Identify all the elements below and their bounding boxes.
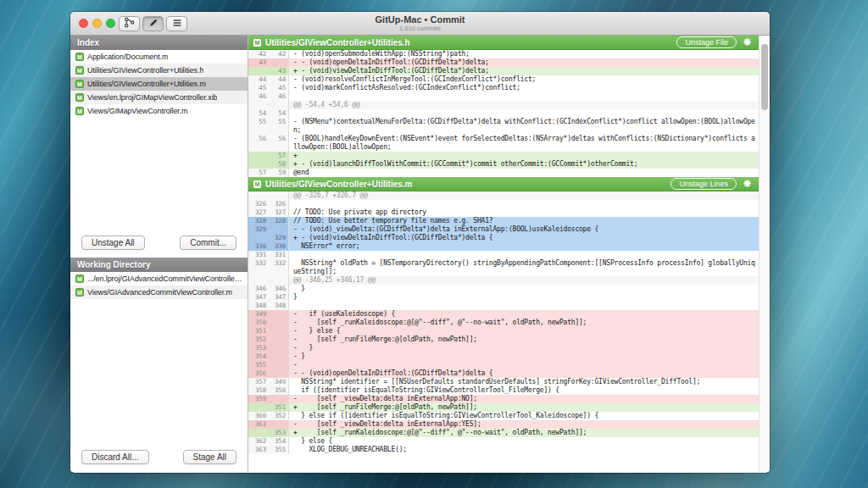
diff-line-row[interactable]: 353+ [self _runKaleidoscope:@[@"--diff",… — [248, 429, 759, 437]
diff-line-row[interactable]: 5656- (BOOL)handleKeyDownEvent:(NSEvent*… — [248, 135, 759, 152]
code-text: - (void)markConflictAsResolved:(GCIndexC… — [289, 84, 759, 92]
diff-line-row[interactable]: 5759@end — [248, 169, 759, 177]
diff-line-row[interactable]: 346346 } — [248, 285, 759, 293]
file-row[interactable]: MViews/GIAdvancedCommitViewController.m — [70, 286, 248, 299]
diff-line-row[interactable]: 363355 XLOG_DEBUG_UNREACHABLE(); — [248, 446, 759, 454]
code-text: - [self _runFileMerge:@[oldPath, newPath… — [289, 336, 759, 344]
unstage-all-button[interactable]: Unstage All — [81, 236, 145, 250]
code-text: - (NSMenu*)contextualMenuForDelta:(GCDif… — [289, 118, 759, 135]
diff-line-row[interactable]: 5454 — [248, 109, 759, 118]
diff-line-row[interactable]: 4444- (void)resolveConflictInMergeTool:(… — [248, 75, 759, 84]
diff-line-row[interactable]: 57+ — [248, 152, 759, 160]
file-name-label: Application/Document.m — [87, 53, 168, 61]
old-line-number: 363 — [248, 446, 269, 454]
old-line-number: 42 — [248, 50, 269, 58]
new-line-number: 43 — [269, 67, 289, 75]
unstage-lines-button[interactable]: Unstage Lines — [670, 178, 737, 190]
code-text: - } — [289, 352, 759, 361]
diff-line-row[interactable]: 4646 — [248, 92, 759, 101]
diff-lines-header-file: 4242- (void)openSubmoduleWithApp:(NSStri… — [248, 50, 759, 177]
diff-line-row[interactable]: 348348 — [248, 302, 759, 310]
diff-line-row[interactable]: 350- [self _runKaleidoscope:@[@"--diff",… — [248, 319, 759, 327]
file-row[interactable]: MApplication/Document.m — [70, 50, 248, 64]
old-line-number — [248, 152, 269, 160]
diff-line-row[interactable]: 351+ [self _runFileMerge:@[oldPath, newP… — [248, 403, 759, 412]
diff-line-row[interactable]: 347347} — [248, 293, 759, 302]
file-row[interactable]: M.../en.lproj/GIAdvancedCommitViewContro… — [70, 272, 248, 286]
file-row[interactable]: MViews/GIMapViewController.m — [70, 104, 248, 118]
code-text: + [self _runKaleidoscope:@[@"--diff", @"… — [289, 429, 759, 437]
code-text: - — [289, 361, 759, 369]
diff-pane: M Utilities/GIViewController+Utilities.h… — [248, 36, 770, 472]
code-text: - if (useKaleidoscope) { — [289, 310, 759, 319]
diff-line-row[interactable]: 353- } — [248, 344, 759, 352]
diff-line-row[interactable]: 358350 if ([identifier isEqualToString:G… — [248, 386, 759, 395]
diff-line-row[interactable]: 329- - (void)_viewDelta:(GCDiffDelta*)de… — [248, 225, 759, 234]
diff-scrollbar-thumb[interactable] — [761, 44, 768, 110]
diff-line-row[interactable]: 354- } — [248, 352, 759, 361]
zoom-window-button[interactable] — [106, 19, 115, 28]
diff-line-row[interactable]: 328328// TODO: Use better temporary file… — [248, 217, 759, 225]
diff-line-row[interactable]: 326326 — [248, 200, 759, 208]
old-line-number: 55 — [248, 118, 269, 135]
gear-icon[interactable] — [743, 36, 752, 50]
new-line-number: 54 — [269, 109, 289, 118]
diff-line-row[interactable]: 330330 NSError* error; — [248, 242, 759, 251]
file-row[interactable]: MUtilities/GIViewController+Utilities.h — [70, 64, 248, 77]
old-line-number: 349 — [248, 310, 269, 319]
diff-line-row[interactable]: 360352 } else if ([identifier isEqualToS… — [248, 412, 759, 420]
old-line-number: 45 — [248, 84, 269, 92]
diff-line-row[interactable]: 351- } else { — [248, 327, 759, 336]
diff-scroll-area[interactable]: M Utilities/GIViewController+Utilities.h… — [248, 36, 759, 472]
old-line-number: 56 — [248, 135, 269, 152]
gear-icon[interactable] — [743, 176, 752, 191]
file-row[interactable]: MUtilities/GIViewController+Utilities.m — [70, 77, 248, 91]
old-line-number: 46 — [248, 92, 269, 101]
diff-line-row[interactable]: 356- - (void)openDeltaInDiffTool:(GCDiff… — [248, 369, 759, 378]
code-text: + - (void)launchDiffToolWithCommit:(GCCo… — [289, 160, 759, 169]
diff-line-row[interactable]: 349- if (useKaleidoscope) { — [248, 310, 759, 319]
new-line-number — [269, 352, 289, 361]
diff-line-row[interactable]: 43+ - (void)viewDeltaInDiffTool:(GCDiffD… — [248, 67, 759, 75]
diff-line-row[interactable]: 43- - (void)openDeltaInDiffTool:(GCDiffD… — [248, 58, 759, 67]
discard-all-button[interactable]: Discard All... — [81, 450, 149, 464]
old-line-number: 330 — [248, 242, 269, 251]
diff-line-row[interactable]: 361- [self _viewDelta:delta inExternalAp… — [248, 420, 759, 429]
map-view-button[interactable] — [119, 16, 140, 31]
new-line-number — [269, 101, 289, 109]
diff-line-row[interactable]: 332332 NSString* oldPath = [NSTemporaryD… — [248, 259, 759, 276]
close-window-button[interactable] — [79, 19, 88, 28]
diff-line-row[interactable]: 355- — [248, 361, 759, 369]
diff-line-row[interactable]: 58+ - (void)launchDiffToolWithCommit:(GC… — [248, 160, 759, 169]
diff-line-row[interactable]: 352- [self _runFileMerge:@[oldPath, newP… — [248, 336, 759, 344]
new-line-number: 350 — [269, 386, 289, 395]
stage-all-button[interactable]: Stage All — [183, 450, 236, 464]
old-line-number — [248, 234, 269, 242]
minimize-window-button[interactable] — [92, 19, 102, 28]
old-line-number: 356 — [248, 369, 269, 378]
code-text: if ([identifier isEqualToString:GIViewCo… — [289, 386, 759, 395]
diff-line-row[interactable]: 362354 } else { — [248, 437, 759, 446]
commit-button[interactable]: Commit... — [180, 236, 236, 250]
diff-line-row[interactable]: 327327// TODO: Use private app directory — [248, 208, 759, 217]
diff-scrollbar-track[interactable] — [759, 36, 770, 472]
diff-line-row[interactable]: 4242- (void)openSubmoduleWithApp:(NSStri… — [248, 50, 759, 58]
unstage-file-button[interactable]: Unstage File — [676, 36, 737, 48]
diff-line-row[interactable]: 329+ - (void)viewDeltaInDiffTool:(GCDiff… — [248, 234, 759, 242]
old-line-number: 360 — [248, 412, 269, 420]
commit-view-button[interactable] — [142, 16, 164, 31]
code-text: + [self _runFileMerge:@[oldPath, newPath… — [289, 403, 759, 412]
new-line-number: 57 — [269, 152, 289, 160]
diff-line-row[interactable]: 359- [self _viewDelta:delta inExternalAp… — [248, 395, 759, 403]
diff-line-row[interactable]: 4545- (void)markConflictAsResolved:(GCIn… — [248, 84, 759, 92]
hunk-header-row: @@ -346,25 +346,17 @@ — [248, 276, 759, 285]
diff-line-row[interactable]: 357349 NSString* identifier = [[NSUserDe… — [248, 378, 759, 386]
code-text: NSError* error; — [289, 242, 759, 251]
file-status-icon: M — [75, 274, 84, 283]
new-line-number: 327 — [269, 208, 289, 217]
old-line-number — [248, 429, 269, 437]
window-titlebar[interactable]: GitUp-Mac • Commit 1,810 commits — [70, 12, 770, 36]
file-row[interactable]: MViews/en.lproj/GIMapViewController.xib — [70, 91, 248, 104]
diff-line-row[interactable]: 5555- (NSMenu*)contextualMenuForDelta:(G… — [248, 118, 759, 135]
diff-line-row[interactable]: 331331 — [248, 251, 759, 259]
